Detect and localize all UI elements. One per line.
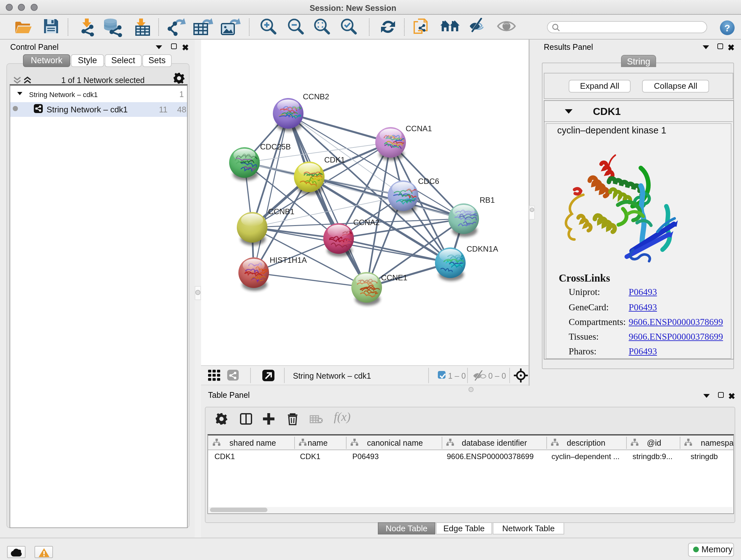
svg-text:CCNB2: CCNB2 xyxy=(303,92,329,101)
svg-text:CDC25B: CDC25B xyxy=(260,142,291,151)
svg-text:CDKN1A: CDKN1A xyxy=(467,245,498,253)
svg-text:CCNE1: CCNE1 xyxy=(381,273,408,282)
svg-text:CCNB1: CCNB1 xyxy=(268,207,294,216)
svg-text:CDC6: CDC6 xyxy=(418,177,439,186)
svg-text:HIST1H1A: HIST1H1A xyxy=(270,256,307,264)
svg-text:RB1: RB1 xyxy=(480,196,495,204)
svg-text:CCNA1: CCNA1 xyxy=(406,124,432,133)
svg-text:CDK1: CDK1 xyxy=(324,155,345,164)
svg-text:CCNA2: CCNA2 xyxy=(353,218,380,227)
